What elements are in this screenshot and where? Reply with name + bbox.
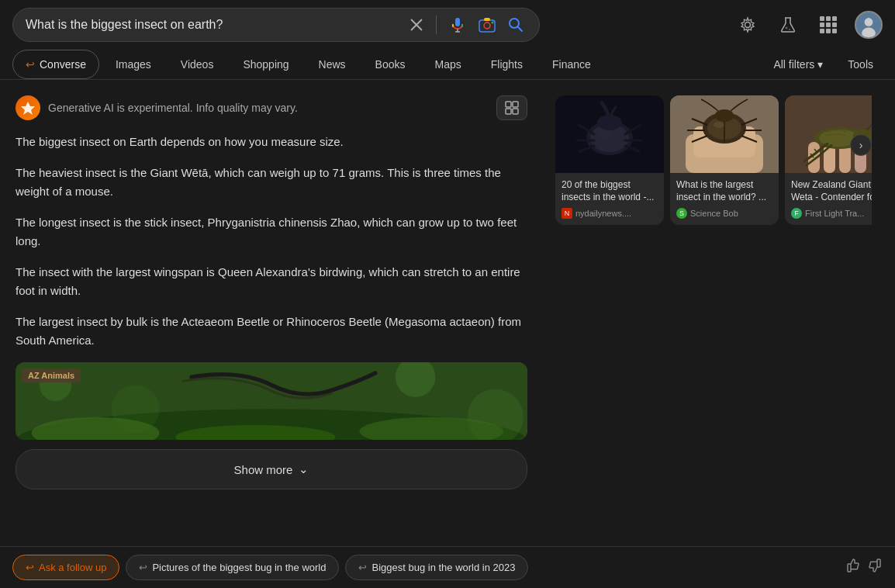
ai-panel: Generative AI is experimental. Info qual… xyxy=(0,80,543,583)
chip1-label: Pictures of the biggest bug in the world xyxy=(152,562,326,573)
search-icon xyxy=(508,17,524,33)
svg-rect-9 xyxy=(484,18,490,21)
show-more-button[interactable]: Show more ⌄ xyxy=(16,449,527,489)
header-right xyxy=(734,11,883,39)
svg-point-43 xyxy=(597,115,622,130)
tab-flights-label: Flights xyxy=(491,58,523,71)
card-source-3: F First Light Tra... xyxy=(791,208,872,219)
tab-news-label: News xyxy=(319,58,346,71)
grid-icon xyxy=(820,16,837,33)
card-source-2: S Science Bob xyxy=(676,208,772,219)
layout-toggle-button[interactable] xyxy=(496,95,527,120)
tab-books[interactable]: Books xyxy=(362,50,419,79)
apps-button[interactable] xyxy=(814,11,842,39)
tab-images-label: Images xyxy=(116,58,151,71)
tab-videos-label: Videos xyxy=(181,58,214,71)
image-card-2[interactable]: What is the largest insect in the world?… xyxy=(670,95,779,225)
bottom-bar: ↩ Ask a follow up ↩ Pictures of the bigg… xyxy=(0,546,895,588)
feedback-icons xyxy=(845,558,883,577)
source-name-1: nydailynews.... xyxy=(575,209,631,218)
thumbs-up-icon xyxy=(845,558,861,573)
search-submit-button[interactable] xyxy=(505,16,527,34)
tab-shopping[interactable]: Shopping xyxy=(230,50,302,79)
voice-search-button[interactable] xyxy=(446,15,469,35)
search-bar xyxy=(12,8,540,42)
search-input[interactable] xyxy=(26,18,400,32)
tab-news[interactable]: News xyxy=(306,50,359,79)
card-title-1: 20 of the biggest insects in the world -… xyxy=(562,179,658,203)
converse-icon: ↩ xyxy=(26,58,35,71)
card-title-2: What is the largest insect in the world?… xyxy=(676,179,772,203)
ai-paragraph-1: The biggest insect on Earth depends on h… xyxy=(16,133,527,151)
ask-followup-label: Ask a follow up xyxy=(39,562,106,573)
camera-icon xyxy=(479,16,496,33)
card-info-1: 20 of the biggest insects in the world -… xyxy=(555,173,664,225)
ai-paragraph-3: The longest insect is the stick insect, … xyxy=(16,213,527,251)
avatar[interactable] xyxy=(855,11,883,39)
tab-books-label: Books xyxy=(375,58,406,71)
svg-point-58 xyxy=(714,122,724,128)
svg-point-16 xyxy=(789,29,790,30)
tab-shopping-label: Shopping xyxy=(243,58,289,71)
thumbs-down-button[interactable] xyxy=(867,558,883,577)
svg-point-8 xyxy=(484,22,490,29)
ask-followup-button[interactable]: ↩ Ask a follow up xyxy=(12,555,119,580)
az-animals-badge: AZ Animals xyxy=(22,368,81,382)
cards-next-button[interactable]: › xyxy=(850,134,872,156)
ai-header: Generative AI is experimental. Info qual… xyxy=(16,95,527,120)
card-info-2: What is the largest insect in the world?… xyxy=(670,173,779,225)
svg-rect-24 xyxy=(513,109,518,114)
tab-maps[interactable]: Maps xyxy=(422,50,475,79)
svg-point-44 xyxy=(600,130,612,138)
tab-images[interactable]: Images xyxy=(102,50,164,79)
ai-logo xyxy=(16,95,40,120)
followup-icon: ↩ xyxy=(26,562,34,573)
image-card-1[interactable]: 20 of the biggest insects in the world -… xyxy=(555,95,664,225)
tab-finance-label: Finance xyxy=(552,58,591,71)
suggestion-chip-1[interactable]: ↩ Pictures of the biggest bug in the wor… xyxy=(126,555,339,580)
main-content: Generative AI is experimental. Info qual… xyxy=(0,80,895,583)
tab-flights[interactable]: Flights xyxy=(478,50,536,79)
filter-chevron-icon: ▾ xyxy=(817,58,823,71)
chevron-right-icon: › xyxy=(859,139,863,151)
tab-finance[interactable]: Finance xyxy=(539,50,604,79)
ai-disclaimer: Generative AI is experimental. Info qual… xyxy=(48,102,298,114)
tools-button[interactable]: Tools xyxy=(838,52,883,77)
settings-button[interactable] xyxy=(734,11,762,39)
card-info-3: New Zealand Giant Weta - Contender fo...… xyxy=(785,173,872,225)
show-more-label: Show more xyxy=(234,463,293,476)
header xyxy=(0,0,895,50)
lens-search-button[interactable] xyxy=(475,15,499,35)
tab-converse[interactable]: ↩ Converse xyxy=(12,50,99,79)
source-name-2: Science Bob xyxy=(690,209,738,218)
svg-point-19 xyxy=(862,28,876,39)
svg-marker-20 xyxy=(21,102,35,115)
ai-paragraph-5: The largest insect by bulk is the Acteae… xyxy=(16,313,527,350)
suggestion-chip-2[interactable]: ↩ Biggest bug in the world in 2023 xyxy=(345,555,528,580)
nav-tabs: ↩ Converse Images Videos Shopping News B… xyxy=(0,50,895,80)
image-card-3[interactable]: New Zealand Giant Weta - Contender fo...… xyxy=(785,95,872,225)
tab-videos[interactable]: Videos xyxy=(168,50,227,79)
all-filters-button[interactable]: All filters ▾ xyxy=(764,52,832,77)
ai-image: AZ Animals xyxy=(16,362,527,440)
flask-icon xyxy=(779,16,797,33)
svg-rect-3 xyxy=(452,24,454,27)
card-title-3: New Zealand Giant Weta - Contender fo... xyxy=(791,179,872,203)
svg-line-12 xyxy=(518,27,523,32)
tab-maps-label: Maps xyxy=(435,58,461,71)
tab-converse-label: Converse xyxy=(40,58,86,71)
svg-point-13 xyxy=(745,22,751,28)
svg-rect-21 xyxy=(506,102,511,107)
thumbs-down-icon xyxy=(867,558,883,573)
svg-rect-4 xyxy=(461,24,463,27)
search-divider xyxy=(436,16,437,34)
clear-search-button[interactable] xyxy=(406,16,427,33)
tools-label: Tools xyxy=(848,58,873,71)
thumbs-up-button[interactable] xyxy=(845,558,861,577)
source-name-3: First Light Tra... xyxy=(805,209,864,218)
ai-paragraph-2: The heaviest insect is the Giant Wētā, w… xyxy=(16,164,527,201)
card-image-2 xyxy=(670,95,779,173)
svg-rect-23 xyxy=(506,109,511,114)
source-favicon-2: S xyxy=(676,208,687,219)
labs-button[interactable] xyxy=(774,11,802,39)
